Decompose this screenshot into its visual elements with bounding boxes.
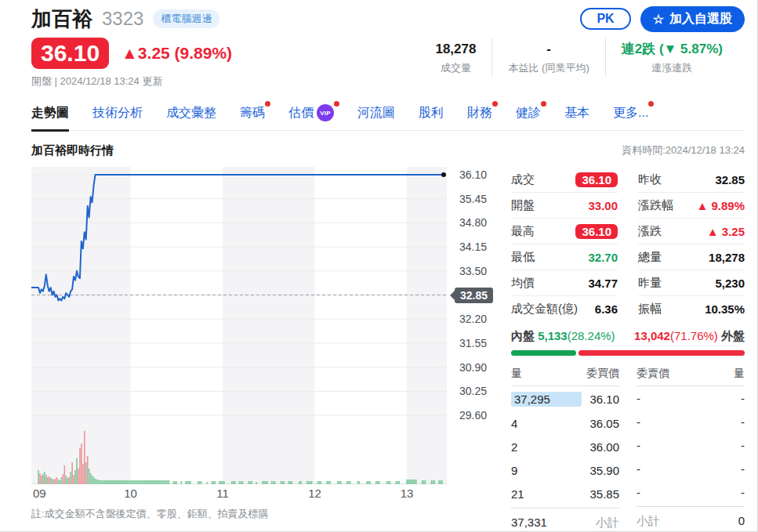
ask-volume: - bbox=[741, 486, 745, 499]
x-tick-label: 09 bbox=[33, 487, 46, 500]
tab-河流圖[interactable]: 河流圖 bbox=[357, 101, 395, 130]
quote-cell: 昨收32.85 bbox=[638, 167, 745, 193]
quote-label: 最低 bbox=[511, 250, 535, 265]
quote-label: 振幅 bbox=[638, 302, 662, 317]
bid-price-header: 委買價 bbox=[586, 367, 619, 381]
stock-name: 加百裕 bbox=[31, 5, 92, 33]
bid-row[interactable]: 2135.85 bbox=[511, 482, 619, 505]
y-tick-label: 29.60 bbox=[459, 407, 487, 423]
tab-bar: 走勢圖技術分析成交彙整籌碼估價VIP河流圖股利財務健診基本更多... bbox=[31, 101, 745, 131]
stat-label: 本益比 (同業平均) bbox=[508, 61, 589, 75]
quote-value: 36.10 bbox=[575, 224, 618, 239]
ask-price: - bbox=[637, 392, 640, 405]
quote-cell: 振幅10.35% bbox=[638, 296, 745, 321]
quote-value: ▲ 9.89% bbox=[696, 199, 745, 212]
pk-button[interactable]: PK bbox=[580, 8, 630, 30]
y-tick-label: 35.45 bbox=[459, 191, 487, 207]
bid-price: 35.90 bbox=[589, 464, 619, 477]
y-tick-label: 33.50 bbox=[459, 263, 487, 279]
add-watchlist-button[interactable]: ☆加入自選股 bbox=[640, 6, 745, 32]
bid-row[interactable]: 436.05 bbox=[511, 411, 619, 435]
add-watchlist-label: 加入自選股 bbox=[669, 11, 732, 27]
quote-cell: 成交36.10 bbox=[511, 167, 618, 193]
bid-price: 36.10 bbox=[589, 393, 619, 406]
bid-price: 36.05 bbox=[589, 417, 619, 430]
bid-total: 37,331 bbox=[511, 516, 547, 530]
ask-row[interactable]: -- bbox=[637, 410, 745, 433]
quote-value: 6.36 bbox=[595, 302, 618, 316]
quote-label: 漲跌 bbox=[638, 224, 662, 239]
tab-技術分析[interactable]: 技術分析 bbox=[92, 101, 143, 130]
notification-dot-icon bbox=[265, 101, 270, 107]
ask-row[interactable]: -- bbox=[637, 480, 745, 504]
stock-code: 3323 bbox=[102, 8, 143, 30]
ask-side: 委賣價 量 ---------- 小計 0 bbox=[637, 364, 745, 530]
x-tick-label: 11 bbox=[216, 487, 229, 500]
x-tick-label: 13 bbox=[401, 487, 414, 500]
quote-cell: 漲跌幅▲ 9.89% bbox=[638, 193, 745, 219]
tab-財務[interactable]: 財務 bbox=[467, 101, 492, 130]
inner-volume: 5,133 bbox=[538, 329, 568, 342]
stat-item-2: 連2跌 (▼ 5.87%)連漲連跌 bbox=[605, 38, 738, 77]
tab-label: 股利 bbox=[419, 105, 444, 121]
bid-volume: 9 bbox=[511, 464, 517, 477]
inner-outer-line: 內盤 5,133(28.24%) 13,042(71.76%) 外盤 bbox=[511, 329, 745, 344]
tab-label: 更多... bbox=[613, 105, 648, 121]
tab-籌碼[interactable]: 籌碼 bbox=[240, 101, 265, 130]
tab-基本[interactable]: 基本 bbox=[564, 101, 589, 130]
bid-vol-header: 量 bbox=[511, 367, 522, 381]
tab-健診[interactable]: 健診 bbox=[516, 101, 541, 130]
y-tick-label: 36.10 bbox=[459, 167, 487, 183]
tab-label: 河流圖 bbox=[357, 105, 395, 121]
ask-volume: - bbox=[741, 392, 745, 405]
inner-bar-segment bbox=[511, 350, 576, 356]
ask-price: - bbox=[637, 486, 640, 499]
quote-row: 成交36.10昨收32.85 bbox=[511, 167, 745, 193]
star-icon: ☆ bbox=[653, 12, 664, 27]
notification-dot-icon bbox=[648, 101, 654, 107]
bid-row[interactable]: 935.90 bbox=[511, 458, 619, 482]
bid-row[interactable]: 236.00 bbox=[511, 435, 619, 458]
stat-value: 18,278 bbox=[435, 39, 476, 60]
quote-label: 昨量 bbox=[638, 276, 662, 291]
inner-pct: (28.24%) bbox=[568, 329, 615, 342]
inner-label: 內盤 bbox=[511, 329, 535, 342]
tab-label: 走勢圖 bbox=[31, 105, 69, 121]
tab-成交彙整[interactable]: 成交彙整 bbox=[166, 101, 216, 130]
notification-dot-icon bbox=[334, 101, 339, 107]
data-timestamp: 資料時間:2024/12/18 13:24 bbox=[622, 143, 745, 157]
category-badge[interactable]: 櫃電腦週邊 bbox=[153, 9, 219, 28]
bid-row[interactable]: 37,29536.10 bbox=[511, 386, 619, 411]
stat-value: 連2跌 (▼ 5.87%) bbox=[622, 39, 723, 60]
update-status: 開盤 | 2024/12/18 13:24 更新 bbox=[31, 74, 232, 89]
ask-row[interactable]: -- bbox=[637, 386, 745, 410]
stat-label: 成交量 bbox=[435, 61, 476, 75]
quote-row: 成交金額(億)6.36振幅10.35% bbox=[511, 296, 745, 321]
quote-cell: 成交金額(億)6.36 bbox=[511, 296, 618, 321]
quote-cell: 最高36.10 bbox=[511, 219, 618, 244]
tab-label: 健診 bbox=[516, 105, 541, 121]
quote-panel: 成交36.10昨收32.85開盤33.00漲跌幅▲ 9.89%最高36.10漲跌… bbox=[511, 167, 745, 530]
inner-outer-bar bbox=[511, 350, 745, 356]
tab-走勢圖[interactable]: 走勢圖 bbox=[31, 101, 69, 130]
quote-value: 36.10 bbox=[575, 172, 618, 187]
tab-估價[interactable]: 估價VIP bbox=[288, 101, 334, 130]
stat-label: 連漲連跌 bbox=[622, 61, 723, 75]
tab-label: 技術分析 bbox=[92, 105, 143, 121]
quote-value: 18,278 bbox=[709, 251, 745, 264]
x-axis: 0910111213 bbox=[31, 484, 447, 501]
quote-value: 10.35% bbox=[705, 302, 745, 316]
price-volume-chart[interactable] bbox=[31, 167, 447, 484]
outer-bar-segment bbox=[578, 350, 745, 356]
bid-volume: 21 bbox=[511, 487, 524, 501]
tab-label: 籌碼 bbox=[240, 105, 265, 121]
quote-row: 均價34.77昨量5,230 bbox=[511, 270, 745, 296]
tab-更多...[interactable]: 更多... bbox=[613, 101, 648, 130]
ask-price: - bbox=[637, 462, 640, 476]
ask-row[interactable]: -- bbox=[637, 433, 745, 457]
y-tick-label: 34.80 bbox=[459, 215, 487, 230]
y-tick-label: 31.55 bbox=[459, 335, 487, 351]
ask-row[interactable]: -- bbox=[637, 457, 745, 480]
outer-volume: 13,042 bbox=[634, 329, 670, 342]
tab-股利[interactable]: 股利 bbox=[419, 101, 444, 130]
